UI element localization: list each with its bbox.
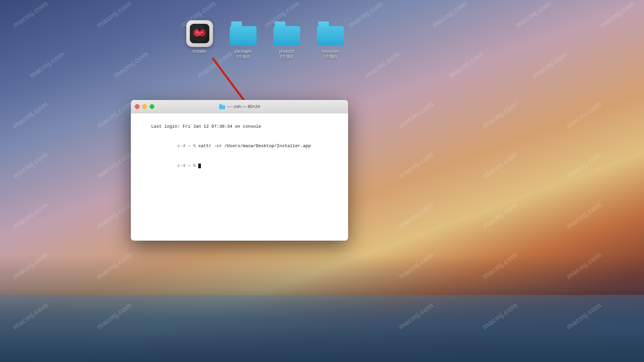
packages-folder-icon[interactable]: packages 1个项目 xyxy=(228,20,258,59)
svg-point-2 xyxy=(201,32,203,33)
products-folder-icon[interactable]: products 2个项目 xyxy=(272,20,302,59)
products-folder-image xyxy=(273,20,300,47)
svg-point-1 xyxy=(197,32,198,33)
terminal-content[interactable]: Last login: Fri Jan 12 07:30:34 on conso… xyxy=(131,113,348,241)
terminal-line-1: Last login: Fri Jan 12 07:30:34 on conso… xyxy=(136,117,343,136)
installer-label: Installer xyxy=(193,49,207,54)
window-maximize-button[interactable] xyxy=(150,104,154,109)
terminal-titlebar: — -zsh — 80×24 xyxy=(131,100,348,113)
desktop-icons: Installer packages 1个项目 products 2个项目 xyxy=(184,20,345,59)
window-minimize-button[interactable] xyxy=(142,104,147,109)
adobe-cc-icon xyxy=(192,26,207,41)
water-overlay xyxy=(0,295,644,362)
installer-icon-image xyxy=(186,20,213,47)
products-label: products 2个项目 xyxy=(279,49,294,59)
installer-app-icon[interactable]: Installer xyxy=(184,20,215,54)
terminal-line-2: c-4 ~ % xattr -cr /Users/macw/Desktop/In… xyxy=(136,136,343,156)
resources-folder-icon[interactable]: resources 3个项目 xyxy=(315,20,345,59)
terminal-window: — -zsh — 80×24 Last login: Fri Jan 12 07… xyxy=(131,100,348,241)
terminal-title: — -zsh — 80×24 xyxy=(219,104,260,109)
packages-folder-image xyxy=(230,20,257,47)
resources-folder-image xyxy=(317,20,344,47)
terminal-line-3: c-4 ~ % xyxy=(136,156,343,176)
window-close-button[interactable] xyxy=(135,104,140,109)
packages-label: packages 1个项目 xyxy=(234,49,252,59)
resources-label: resources 3个项目 xyxy=(322,49,339,59)
